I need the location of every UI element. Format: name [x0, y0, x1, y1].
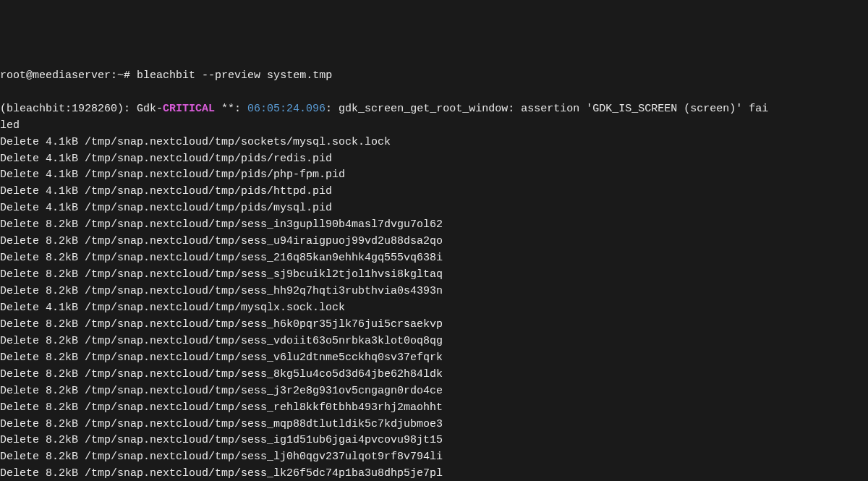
prompt-user-host: root@meediaserver [0, 69, 111, 82]
error-message: : gdk_screen_get_root_window: assertion … [326, 103, 768, 115]
deletion-line: Delete 4.1kB /tmp/snap.nextcloud/tmp/mys… [0, 300, 868, 317]
error-level: CRITICAL [163, 103, 215, 115]
deletion-line: Delete 8.2kB /tmp/snap.nextcloud/tmp/ses… [0, 333, 868, 350]
deletion-line: Delete 4.1kB /tmp/snap.nextcloud/tmp/pid… [0, 151, 868, 168]
deletion-line: Delete 8.2kB /tmp/snap.nextcloud/tmp/ses… [0, 367, 868, 383]
deletion-line: Delete 8.2kB /tmp/snap.nextcloud/tmp/ses… [0, 383, 868, 400]
error-timestamp: 06:05:24.096 [247, 103, 326, 115]
deletion-list: Delete 4.1kB /tmp/snap.nextcloud/tmp/soc… [0, 135, 868, 481]
deletion-line: Delete 8.2kB /tmp/snap.nextcloud/tmp/ses… [0, 433, 868, 449]
deletion-line: Delete 8.2kB /tmp/snap.nextcloud/tmp/ses… [0, 317, 868, 333]
prompt-symbol: # [124, 69, 130, 82]
deletion-line: Delete 8.2kB /tmp/snap.nextcloud/tmp/ses… [0, 284, 868, 300]
deletion-line: Delete 8.2kB /tmp/snap.nextcloud/tmp/ses… [0, 250, 868, 267]
deletion-line: Delete 4.1kB /tmp/snap.nextcloud/tmp/pid… [0, 184, 868, 200]
deletion-line: Delete 8.2kB /tmp/snap.nextcloud/tmp/ses… [0, 400, 868, 417]
deletion-line: Delete 4.1kB /tmp/snap.nextcloud/tmp/pid… [0, 200, 868, 217]
deletion-line: Delete 8.2kB /tmp/snap.nextcloud/tmp/ses… [0, 350, 868, 367]
error-continuation: led [0, 118, 868, 135]
prompt-path: ~ [117, 69, 124, 82]
deletion-line: Delete 8.2kB /tmp/snap.nextcloud/tmp/ses… [0, 417, 868, 433]
deletion-line: Delete 8.2kB /tmp/snap.nextcloud/tmp/ses… [0, 449, 868, 466]
prompt-line: root@meediaserver:~# bleachbit --preview… [0, 68, 868, 85]
deletion-line: Delete 8.2kB /tmp/snap.nextcloud/tmp/ses… [0, 217, 868, 234]
error-stars: **: [215, 103, 247, 115]
error-line: (bleachbit:1928260): Gdk-CRITICAL **: 06… [0, 101, 868, 118]
deletion-line: Delete 4.1kB /tmp/snap.nextcloud/tmp/soc… [0, 135, 868, 151]
deletion-line: Delete 4.1kB /tmp/snap.nextcloud/tmp/pid… [0, 167, 868, 184]
terminal-output[interactable]: root@meediaserver:~# bleachbit --preview… [0, 68, 868, 481]
command-text: bleachbit --preview system.tmp [137, 69, 332, 82]
deletion-line: Delete 8.2kB /tmp/snap.nextcloud/tmp/ses… [0, 267, 868, 284]
error-prefix: (bleachbit:1928260): Gdk- [0, 103, 163, 115]
deletion-line: Delete 8.2kB /tmp/snap.nextcloud/tmp/ses… [0, 466, 868, 481]
deletion-line: Delete 8.2kB /tmp/snap.nextcloud/tmp/ses… [0, 234, 868, 250]
